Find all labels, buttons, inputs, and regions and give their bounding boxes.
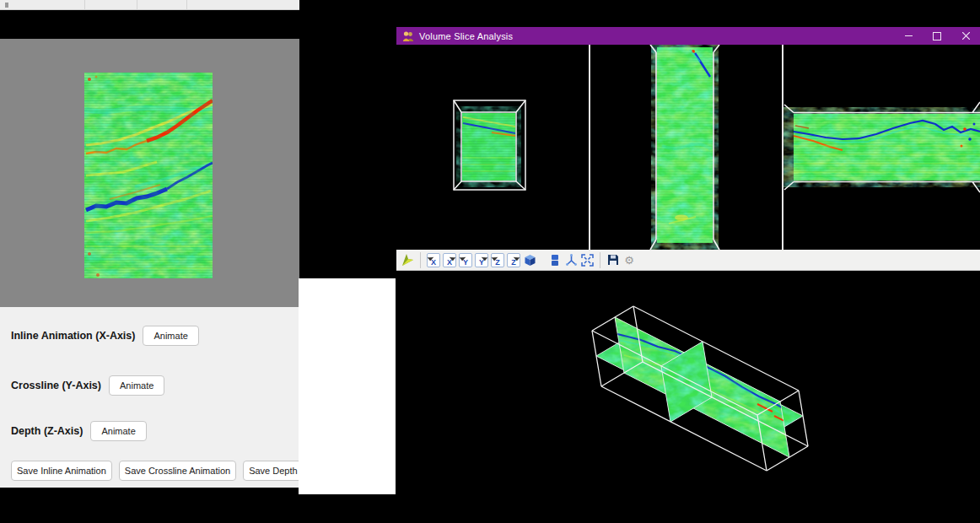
app-icon (402, 30, 414, 41)
save-buttons-row: Save Inline Animation Save Crossline Ani… (11, 461, 347, 481)
view-z-neg-icon[interactable]: Z (507, 253, 520, 267)
view-x-neg-icon[interactable]: X (443, 253, 456, 267)
toolbar-separator (420, 252, 421, 268)
fit-view-icon[interactable] (580, 252, 594, 267)
crossline-animation-label: Crossline (Y-Axis) (11, 380, 101, 391)
inline-animation-row: Inline Animation (X-Axis) Animate (11, 324, 199, 347)
depth-animation-row: Depth (Z-Axis) Animate (11, 419, 147, 442)
animate-depth-button[interactable]: Animate (90, 421, 146, 441)
animate-crossline-button[interactable]: Animate (109, 375, 164, 396)
view-z-pos-icon[interactable]: Z (491, 253, 504, 267)
inline-slice-image (84, 73, 213, 278)
colorbar-icon[interactable] (548, 252, 562, 267)
volume-3d-scene (396, 271, 980, 488)
view-x-pos-icon[interactable]: X (427, 253, 440, 267)
toolbar-separator (84, 0, 85, 9)
titlebar[interactable]: Volume Slice Analysis (396, 27, 980, 45)
window-title: Volume Slice Analysis (419, 31, 513, 41)
close-button[interactable] (951, 27, 980, 45)
view-3d-cube-icon[interactable] (523, 252, 536, 267)
volume-slice-analysis-window: Volume Slice Analysis (396, 27, 980, 488)
viewer-toolbar: X X Y Y Z Z (396, 250, 980, 271)
maximize-icon (933, 32, 941, 40)
inline-animation-label: Inline Animation (X-Axis) (11, 330, 135, 342)
close-icon (962, 32, 970, 40)
save-crossline-animation-button[interactable]: Save Crossline Animation (119, 461, 236, 481)
animation-controls-panel: Inline Animation (X-Axis) Animate Crossl… (0, 307, 299, 488)
view-y-neg-icon[interactable]: Y (475, 253, 488, 267)
depth-slice-viewport[interactable] (783, 45, 980, 250)
minimize-button[interactable] (894, 27, 923, 45)
pick-tool-icon[interactable] (401, 252, 414, 267)
slice-preview-canvas (0, 39, 299, 307)
crossline-animation-row: Crossline (Y-Axis) Animate (11, 374, 164, 396)
depth-animation-label: Depth (Z-Axis) (11, 425, 83, 437)
toolbar-separator (186, 0, 187, 9)
view-y-pos-icon[interactable]: Y (459, 253, 472, 267)
settings-icon[interactable]: ⚙ (622, 252, 636, 267)
toolbar-separator (137, 0, 137, 9)
save-icon[interactable] (606, 252, 620, 267)
maximize-button[interactable] (923, 27, 951, 45)
animate-inline-button[interactable]: Animate (143, 326, 198, 346)
desktop: Inline Animation (X-Axis) Animate Crossl… (0, 0, 980, 523)
save-inline-animation-button[interactable]: Save Inline Animation (11, 461, 112, 481)
toolbar-mini-icon (5, 3, 8, 8)
axes-icon[interactable] (564, 252, 578, 267)
slice-viewports (396, 45, 980, 250)
volume-3d-view[interactable] (396, 271, 980, 488)
toolbar-separator (600, 252, 600, 268)
minimize-icon (905, 35, 913, 36)
background-window (299, 278, 396, 494)
window-controls (894, 27, 980, 45)
left-window-toolbar-sliver (0, 0, 299, 10)
inline-slice-viewport[interactable] (396, 45, 589, 250)
crossline-slice-viewport[interactable] (590, 45, 783, 250)
